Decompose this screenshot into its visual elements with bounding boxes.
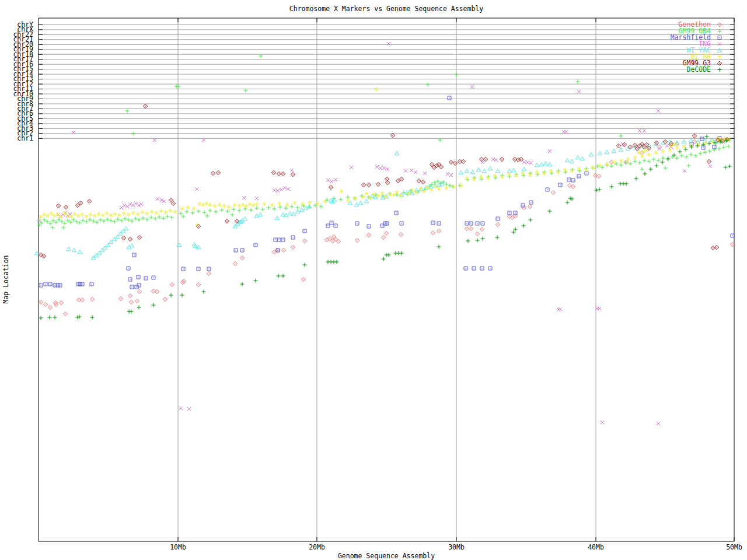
marker-dot bbox=[719, 24, 720, 25]
legend-marker-icon bbox=[715, 34, 724, 41]
chart-canvas: Chromosome X Markers vs Genome Sequence … bbox=[0, 0, 747, 560]
x-tick-label: 50Mb bbox=[722, 543, 746, 551]
legend-marker-icon bbox=[715, 47, 724, 54]
marker-dot bbox=[719, 37, 720, 38]
marker-dot bbox=[719, 63, 720, 64]
marker-dot bbox=[719, 50, 720, 51]
legend-marker-icon bbox=[715, 66, 724, 73]
x-tick-label: 40Mb bbox=[584, 543, 608, 551]
marker bbox=[718, 68, 722, 72]
legend-marker-icon bbox=[715, 22, 724, 28]
x-tick-label: 30Mb bbox=[445, 543, 468, 551]
legend-item: Marshfield bbox=[671, 34, 724, 41]
marker bbox=[718, 43, 721, 46]
legend-marker-icon bbox=[715, 60, 724, 66]
legend-item: DeCODE bbox=[671, 66, 724, 73]
legend-marker-icon bbox=[715, 54, 724, 60]
legend: GenethonGM99 GB4MarshfieldTNGWI YACWI RH… bbox=[671, 22, 724, 73]
marker bbox=[718, 29, 722, 33]
legend-marker-icon bbox=[715, 41, 724, 47]
x-tick-label: 20Mb bbox=[305, 543, 329, 551]
x-tick-label: 10Mb bbox=[166, 543, 190, 551]
x-tick-labels: 10Mb20Mb30Mb40Mb50Mb bbox=[0, 0, 747, 560]
legend-label: DeCODE bbox=[686, 66, 711, 73]
marker bbox=[718, 55, 721, 60]
legend-marker-icon bbox=[715, 28, 724, 34]
